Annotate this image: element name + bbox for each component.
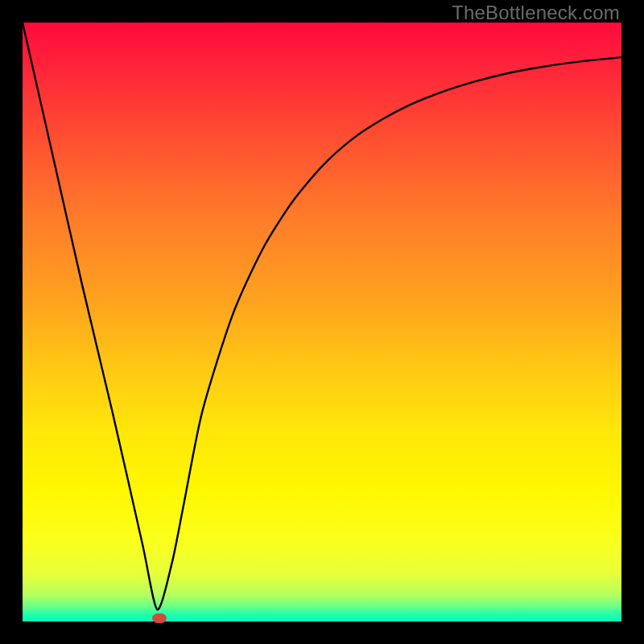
watermark-text: TheBottleneck.com xyxy=(452,2,620,24)
chart-frame: TheBottleneck.com xyxy=(0,0,644,644)
plot-area xyxy=(23,23,621,621)
bottleneck-curve xyxy=(23,23,621,621)
minimum-marker xyxy=(152,613,167,623)
